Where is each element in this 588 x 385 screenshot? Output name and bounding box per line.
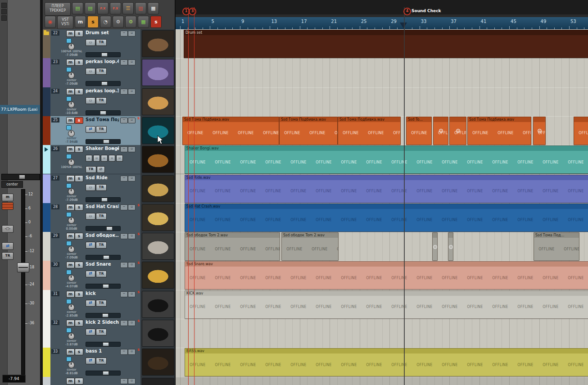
track-mute-button[interactable]: m	[66, 117, 75, 124]
track-tr-button[interactable]: TR	[96, 242, 107, 249]
track-option-button[interactable]: −	[120, 378, 128, 384]
track-tr-button[interactable]: TR	[96, 68, 107, 75]
pan-knob[interactable]	[68, 72, 75, 79]
fx-monitor-icon[interactable]: F.X	[110, 2, 121, 14]
track-monitor-button[interactable]: ▭	[86, 39, 95, 46]
list-editor-icon[interactable]: ▤	[85, 2, 96, 14]
track-volume-slider[interactable]	[86, 255, 121, 260]
track-thumbnail[interactable]	[142, 88, 174, 115]
edit-channel-icon[interactable]: ▤	[72, 2, 83, 14]
tool-square-icon[interactable]	[1, 15, 7, 21]
track-solo-button[interactable]: s	[75, 175, 83, 182]
track-monitor-button[interactable]: ⇄	[86, 300, 95, 307]
track-tr-button[interactable]: TR	[96, 329, 107, 335]
slider-handle[interactable]	[103, 342, 109, 346]
track-monitor-button[interactable]: ⇄	[86, 329, 95, 335]
fx-icon[interactable]: F.X	[97, 2, 109, 14]
volume-fader-handle[interactable]	[17, 263, 29, 272]
track-mute-button[interactable]: m	[66, 349, 75, 355]
track-mute-button[interactable]: m	[66, 233, 75, 240]
effect-room-label[interactable]: 77:LXPRoom (Lexi	[0, 105, 40, 114]
browser-list-icon[interactable]: ☰	[122, 2, 134, 14]
track-option-button[interactable]: −	[120, 118, 128, 123]
channel-tr-button[interactable]: TR	[2, 252, 14, 260]
track-thumbnail[interactable]	[142, 30, 174, 57]
audio-clip[interactable]	[448, 232, 453, 261]
track-solo-button[interactable]: s	[75, 30, 83, 37]
audio-clip[interactable]: Ssd Snare.wavOFFLINEOFFLINEOFFLINEOFFLIN…	[185, 261, 588, 290]
track-monitor-button[interactable]: ⇄	[86, 271, 95, 277]
track-mute-button[interactable]: m	[66, 59, 75, 66]
grid-calc-icon[interactable]: ▦	[148, 2, 159, 14]
slider-handle[interactable]	[103, 284, 109, 288]
track-row[interactable]: ms−▫28Ssd Hat Crashscenter0.00dB▭TR	[43, 203, 140, 232]
track-tr-button[interactable]: TR	[96, 97, 107, 104]
track-option-button[interactable]: −	[120, 291, 128, 297]
track-tr-button[interactable]: TR	[96, 358, 107, 364]
track-monitor-button[interactable]: ⇄	[86, 242, 95, 249]
channel-record-button[interactable]	[2, 202, 14, 210]
pan-knob[interactable]	[68, 362, 75, 368]
track-small-button[interactable]: ▫	[109, 155, 115, 162]
marker-strip[interactable]	[176, 0, 588, 17]
track-freeze-button[interactable]: ▫	[128, 31, 136, 36]
track-freeze-button[interactable]: ▫	[128, 233, 136, 239]
track-volume-slider[interactable]	[86, 284, 121, 289]
channel-edit-button[interactable]: ⇄	[2, 242, 14, 250]
slider-handle[interactable]	[101, 198, 108, 202]
track-row[interactable]: ms−▫25Ssd Тома Подscenter-7.94dB⇄TR	[43, 116, 140, 145]
track-mute-button[interactable]: m	[66, 88, 75, 95]
track-freeze-button[interactable]: ▫	[128, 59, 136, 65]
track-monitor-button[interactable]: ⇄	[86, 126, 95, 133]
pan-knob[interactable]	[68, 130, 75, 137]
track-freeze-button[interactable]: ▫	[128, 320, 136, 326]
track-option-button[interactable]: −	[120, 320, 128, 326]
track-tr-button[interactable]: TR	[96, 213, 107, 220]
track-row[interactable]: ms−▫32kick 2 Sidechascenter-3.87dB⇄TR	[43, 319, 140, 348]
slider-handle[interactable]	[101, 82, 108, 86]
track-row[interactable]: ms−▫31kickscenter-2.85dB⇄TR	[43, 290, 140, 319]
track-thumbnail[interactable]	[142, 291, 174, 318]
audio-clip[interactable]: OFFLINE	[433, 117, 448, 145]
timeline-ruler[interactable]: 1591317212529333741454953	[176, 17, 588, 30]
audio-clip[interactable]: Ssd Тома Подбивка.wavOFFLINEOFFLINEOFFLI…	[279, 117, 338, 145]
audio-clip[interactable]: Ssd ободок Tom 2.wavOFFLINEOFFLINEOFFLIN…	[281, 232, 339, 261]
pan-knob[interactable]	[68, 43, 75, 50]
track-row[interactable]: ms−▫27Ssd Ridecenter-7.09dB▭TR	[43, 174, 140, 204]
record-icon[interactable]: ◉	[45, 16, 56, 28]
track-tr-button[interactable]: TR	[96, 126, 107, 133]
audio-clip[interactable]: Ssd Ride.wavOFFLINEOFFLINEOFFLINEOFFLINE…	[185, 175, 588, 203]
track-small-button[interactable]: ▫	[86, 155, 92, 162]
track-thumbnail[interactable]	[142, 204, 174, 231]
pan-knob[interactable]	[68, 159, 75, 166]
track-solo-button[interactable]: s	[75, 378, 83, 385]
tool-square-icon[interactable]	[1, 3, 7, 8]
track-freeze-button[interactable]: ▫	[128, 176, 136, 181]
volume-fader-track[interactable]	[21, 189, 25, 375]
slice-handle-icon[interactable]	[449, 245, 453, 249]
gear-pair-icon[interactable]: ⚙	[125, 16, 136, 28]
pan-knob[interactable]	[68, 217, 75, 224]
track-solo-button[interactable]: s	[75, 262, 83, 268]
track-solo-button[interactable]: s	[75, 146, 83, 153]
audio-clip[interactable]: Ssd Hat Crash.wavOFFLINEOFFLINEOFFLINEOF…	[185, 204, 588, 232]
solo-icon[interactable]: s	[87, 16, 99, 28]
track-solo-button[interactable]: s	[75, 59, 83, 66]
track-mute-button[interactable]: m	[66, 146, 75, 153]
track-tr-button[interactable]: TR	[96, 184, 107, 191]
green-grid-icon[interactable]: ▦	[138, 16, 149, 28]
channel-pan-slider[interactable]	[1, 174, 40, 180]
track-mute-button[interactable]: m	[66, 262, 75, 268]
track-row[interactable]: ms−▫33bass 1scenter-8.81dB⇄TR	[43, 348, 140, 377]
track-option-button[interactable]: −	[120, 204, 128, 210]
track-volume-slider[interactable]	[86, 197, 121, 202]
pan-knob[interactable]	[68, 188, 75, 195]
track-mute-button[interactable]: m	[66, 204, 75, 211]
solo-defeat-icon[interactable]: s	[150, 16, 162, 28]
track-freeze-button[interactable]: ▫	[128, 146, 136, 152]
audio-clip[interactable]: Ssd ободок Tom 2.wavOFFLINEOFFLINEOFFLIN…	[185, 232, 280, 261]
track-volume-slider[interactable]	[86, 371, 121, 376]
audio-clip[interactable]: Drum set	[184, 30, 588, 58]
slider-handle[interactable]	[101, 53, 108, 57]
track-freeze-button[interactable]: ▫	[128, 262, 136, 268]
